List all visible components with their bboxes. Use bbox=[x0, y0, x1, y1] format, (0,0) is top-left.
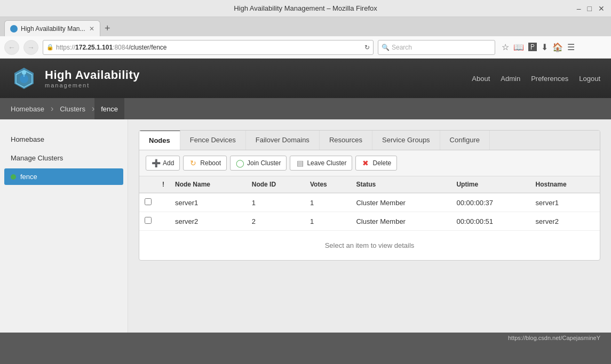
row-bang bbox=[157, 212, 170, 231]
pocket-icon[interactable]: 🅿 bbox=[528, 43, 537, 52]
url-host: 172.25.1.101 bbox=[75, 44, 113, 51]
maximize-button[interactable]: □ bbox=[588, 5, 592, 12]
search-placeholder: Search bbox=[392, 44, 412, 51]
tab-failover-domains[interactable]: Failover Domains bbox=[246, 131, 320, 150]
tab-favicon bbox=[10, 25, 18, 33]
col-header-status: Status bbox=[351, 176, 451, 193]
row-checkbox[interactable] bbox=[139, 212, 157, 231]
join-cluster-button[interactable]: ◯ Join Cluster bbox=[230, 156, 287, 171]
content-panel: Nodes Fence Devices Failover Domains Res… bbox=[128, 119, 611, 333]
row-votes: 1 bbox=[305, 212, 351, 231]
reboot-label: Reboot bbox=[200, 159, 221, 167]
app-logo: High Availability management bbox=[11, 65, 140, 92]
col-header-node-id: Node ID bbox=[247, 176, 305, 193]
status-url: https://blog.csdn.net/CapejasmineY bbox=[508, 335, 600, 341]
tab-resources[interactable]: Resources bbox=[320, 131, 372, 150]
browser-search-box[interactable]: 🔍 Search bbox=[378, 40, 495, 55]
download-icon[interactable]: ⬇ bbox=[541, 42, 548, 52]
nav-preferences[interactable]: Preferences bbox=[531, 75, 568, 83]
reader-icon[interactable]: 📖 bbox=[513, 42, 524, 52]
leave-icon: ▤ bbox=[296, 159, 304, 167]
col-header-node-name: Node Name bbox=[170, 176, 247, 193]
status-bar: https://blog.csdn.net/CapejasmineY bbox=[0, 333, 611, 343]
address-box[interactable]: 🔒 https://172.25.1.101:8084/cluster/fenc… bbox=[43, 40, 374, 55]
app-nav-links: About Admin Preferences Logout bbox=[472, 75, 600, 83]
tab-label: High Availability Man... bbox=[21, 25, 86, 33]
leave-cluster-button[interactable]: ▤ Leave Cluster bbox=[290, 156, 352, 171]
nav-about[interactable]: About bbox=[472, 75, 490, 83]
row-node-name: server2 bbox=[170, 212, 247, 231]
breadcrumb: Homebase › Clusters › fence bbox=[0, 98, 611, 119]
sidebar-item-homebase[interactable]: Homebase bbox=[0, 130, 128, 149]
logo-text: High Availability management bbox=[45, 68, 140, 88]
row-node-id: 1 bbox=[247, 193, 305, 212]
tab-fence-devices[interactable]: Fence Devices bbox=[180, 131, 246, 150]
row-status: Cluster Member bbox=[351, 193, 451, 212]
col-header-bang: ! bbox=[157, 176, 170, 193]
col-header-uptime: Uptime bbox=[451, 176, 530, 193]
app-wrapper: High Availability management About Admin… bbox=[0, 59, 611, 333]
app-subtitle: management bbox=[45, 82, 140, 88]
main-area: Homebase Manage Clusters fence Nodes Fen… bbox=[0, 119, 611, 333]
url-path: /cluster/fence bbox=[129, 44, 166, 51]
select-message-text: Select an item to view details bbox=[325, 241, 415, 249]
delete-icon: ✖ bbox=[361, 159, 370, 167]
row-node-name: server1 bbox=[170, 193, 247, 212]
row-hostname: server2 bbox=[530, 212, 600, 231]
sidebar-item-manage-clusters[interactable]: Manage Clusters bbox=[0, 149, 128, 167]
menu-icon[interactable]: ☰ bbox=[567, 42, 575, 52]
row-uptime: 00:00:00:37 bbox=[451, 193, 530, 212]
col-header-hostname: Hostname bbox=[530, 176, 600, 193]
home-icon[interactable]: 🏠 bbox=[552, 42, 563, 52]
select-message: Select an item to view details bbox=[139, 231, 600, 260]
delete-button[interactable]: ✖ Delete bbox=[355, 156, 397, 171]
reload-button[interactable]: ↻ bbox=[364, 44, 370, 51]
row-uptime: 00:00:00:51 bbox=[451, 212, 530, 231]
col-header-votes: Votes bbox=[305, 176, 351, 193]
table-row[interactable]: server1 1 1 Cluster Member 00:00:00:37 s… bbox=[139, 193, 600, 212]
browser-title-bar: High Availability Management – Mozilla F… bbox=[0, 0, 611, 17]
logo-icon bbox=[11, 65, 37, 92]
fence-status-dot bbox=[11, 174, 16, 180]
window-controls: – □ ✕ bbox=[577, 5, 605, 12]
row-hostname: server1 bbox=[530, 193, 600, 212]
nav-logout[interactable]: Logout bbox=[579, 75, 600, 83]
table-header-row: ! Node Name Node ID Votes Status Uptime … bbox=[139, 176, 600, 193]
reboot-button[interactable]: ↻ Reboot bbox=[183, 156, 227, 171]
browser-tab-bar: High Availability Man... ✕ + bbox=[0, 17, 611, 36]
minimize-button[interactable]: – bbox=[577, 5, 581, 12]
tab-close-button[interactable]: ✕ bbox=[89, 25, 94, 33]
active-tab[interactable]: High Availability Man... ✕ bbox=[4, 20, 100, 36]
add-label: Add bbox=[163, 159, 174, 167]
breadcrumb-fence[interactable]: fence bbox=[94, 98, 124, 119]
table-row[interactable]: server2 2 1 Cluster Member 00:00:00:51 s… bbox=[139, 212, 600, 231]
lock-icon: 🔒 bbox=[46, 44, 54, 51]
join-icon: ◯ bbox=[236, 159, 244, 167]
nodes-table: ! Node Name Node ID Votes Status Uptime … bbox=[139, 176, 600, 231]
new-tab-button[interactable]: + bbox=[100, 23, 115, 34]
sidebar-fence-label: fence bbox=[20, 173, 37, 181]
row-bang bbox=[157, 193, 170, 212]
url-prefix: https:// bbox=[56, 44, 75, 51]
row-checkbox[interactable] bbox=[139, 193, 157, 212]
join-cluster-label: Join Cluster bbox=[247, 159, 281, 167]
sidebar: Homebase Manage Clusters fence bbox=[0, 119, 128, 333]
address-text: https://172.25.1.101:8084/cluster/fence bbox=[56, 44, 362, 51]
forward-button[interactable]: → bbox=[23, 40, 38, 55]
sidebar-homebase-label: Homebase bbox=[11, 135, 44, 143]
tab-service-groups[interactable]: Service Groups bbox=[372, 131, 440, 150]
svg-point-3 bbox=[22, 70, 26, 75]
back-button[interactable]: ← bbox=[4, 40, 19, 55]
breadcrumb-homebase[interactable]: Homebase bbox=[9, 98, 51, 119]
add-button[interactable]: ➕ Add bbox=[146, 156, 180, 171]
sidebar-item-fence[interactable]: fence bbox=[4, 168, 123, 185]
bookmark-icon[interactable]: ☆ bbox=[502, 42, 509, 52]
browser-toolbar-icons: ☆ 📖 🅿 ⬇ 🏠 ☰ bbox=[502, 42, 575, 52]
nav-admin[interactable]: Admin bbox=[501, 75, 520, 83]
tab-nodes[interactable]: Nodes bbox=[139, 130, 180, 150]
breadcrumb-clusters[interactable]: Clusters bbox=[53, 98, 92, 119]
close-button[interactable]: ✕ bbox=[598, 5, 605, 12]
tabs-bar: Nodes Fence Devices Failover Domains Res… bbox=[139, 131, 600, 150]
row-node-id: 2 bbox=[247, 212, 305, 231]
tab-configure[interactable]: Configure bbox=[440, 131, 490, 150]
